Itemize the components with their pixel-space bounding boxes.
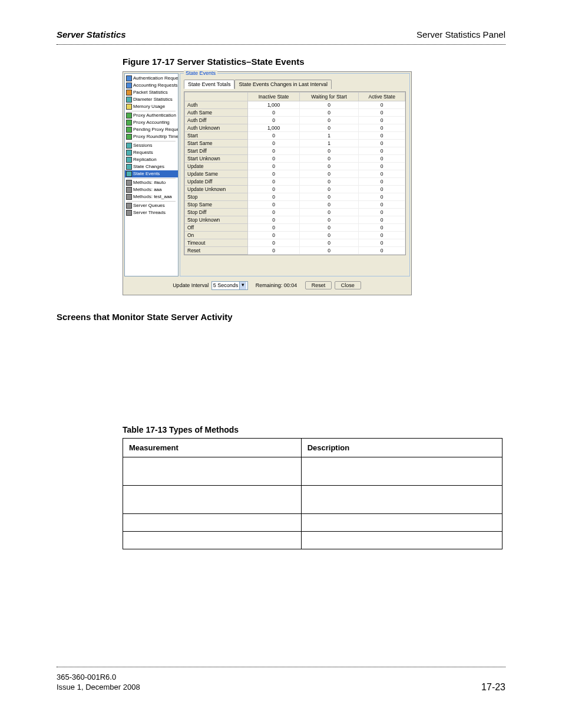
grid-row-label: Off — [185, 224, 248, 232]
tree-item[interactable]: Server Queues — [125, 202, 178, 209]
state-events-grid: Inactive StateWaiting for StartActive St… — [184, 91, 406, 255]
tree-item-icon — [126, 187, 132, 193]
grid-row-label: Auth Unknown — [185, 124, 248, 132]
grid-cell: 1 — [299, 140, 359, 147]
tab-state-events-changes[interactable]: State Events Changes in Last Interval — [234, 80, 332, 89]
running-head-right: Server Statistics Panel — [416, 29, 505, 39]
tree-item-label: Proxy Accounting — [133, 120, 170, 126]
tree-item[interactable]: Proxy Roundtrip Times — [125, 133, 178, 140]
tree-item-icon — [126, 180, 132, 186]
grid-row-label: Update Diff — [185, 178, 248, 186]
tree-item[interactable]: Methods: #auto — [125, 179, 178, 186]
grid-cell: 0 — [248, 193, 299, 201]
grid-cell: 0 — [359, 132, 405, 140]
tree-item[interactable]: Server Threads — [125, 209, 178, 216]
grid-cell: 0 — [299, 216, 359, 224]
grid-cell: 0 — [359, 117, 405, 124]
grid-cell: 0 — [299, 178, 359, 186]
grid-cell: 0 — [359, 201, 405, 209]
grid-column-header — [185, 93, 248, 101]
tree-item-label: Accounting Requests — [133, 83, 178, 88]
grid-cell: 0 — [359, 155, 405, 163]
tree-item[interactable]: Replication — [125, 156, 178, 163]
table-row — [123, 486, 503, 514]
grid-cell: 0 — [299, 117, 359, 124]
figure-caption: Figure 17-17 Server Statistics–State Eve… — [123, 57, 505, 67]
grid-cell: 0 — [299, 163, 359, 170]
tree-item[interactable]: Methods: aaa — [125, 186, 178, 193]
grid-cell: 0 — [359, 147, 405, 155]
grid-cell: 1 — [299, 132, 359, 140]
grid-cell: 0 — [299, 209, 359, 216]
grid-cell: 0 — [248, 109, 299, 117]
tree-item-icon — [126, 164, 132, 170]
stats-tree[interactable]: Authentication RequestsAccounting Reques… — [124, 73, 178, 276]
table-header-description: Description — [301, 439, 502, 457]
tree-item[interactable]: State Events — [125, 170, 178, 177]
tree-item-label: Methods: #auto — [133, 180, 166, 186]
table-caption: Table 17-13 Types of Methods — [123, 425, 505, 434]
grid-cell: 0 — [359, 170, 405, 178]
grid-cell: 0 — [248, 209, 299, 216]
tree-item-label: Pending Proxy Requests — [133, 127, 178, 133]
grid-cell: 0 — [359, 109, 405, 117]
grid-row-label: Start — [185, 132, 248, 140]
grid-row: Update Same000 — [185, 170, 405, 178]
tree-item[interactable]: Methods: test_aaa — [125, 193, 178, 200]
tree-item[interactable]: Sessions — [125, 142, 178, 149]
table-cell-measurement — [123, 486, 302, 514]
grid-cell: 0 — [248, 216, 299, 224]
tree-item[interactable]: Accounting Requests — [125, 82, 178, 89]
table-cell-description — [301, 532, 502, 549]
grid-cell: 0 — [359, 232, 405, 239]
tree-separator — [127, 201, 176, 202]
grid-cell: 0 — [248, 140, 299, 147]
remaining-value: 00:04 — [284, 282, 297, 288]
tree-item[interactable]: Diameter Statistics — [125, 96, 178, 103]
grid-row: Update Diff000 — [185, 178, 405, 186]
grid-row-label: Start Same — [185, 140, 248, 147]
grid-row: Update000 — [185, 163, 405, 170]
update-interval-combo[interactable]: 5 Seconds▾ — [211, 281, 249, 290]
tab-state-event-totals[interactable]: State Event Totals — [184, 80, 234, 89]
tree-item-label: Requests — [133, 150, 153, 156]
grid-cell: 0 — [248, 247, 299, 255]
tree-item[interactable]: Packet Statistics — [125, 89, 178, 96]
tree-item-icon — [126, 210, 132, 216]
grid-row-label: Timeout — [185, 239, 248, 247]
tree-item[interactable]: Pending Proxy Requests — [125, 126, 178, 133]
tree-item-icon — [126, 143, 132, 149]
grid-cell: 0 — [248, 163, 299, 170]
grid-column-header: Active State — [359, 93, 405, 101]
grid-cell: 0 — [299, 186, 359, 193]
grid-cell: 0 — [359, 239, 405, 247]
table-cell-measurement — [123, 514, 302, 532]
tree-item[interactable]: Proxy Authentication — [125, 112, 178, 119]
tree-item[interactable]: Memory Usage — [125, 103, 178, 110]
tree-item[interactable]: Authentication Requests — [125, 75, 178, 82]
table-row — [123, 457, 503, 486]
tree-item[interactable]: State Changes — [125, 163, 178, 170]
grid-cell: 0 — [299, 193, 359, 201]
tree-item-icon — [126, 83, 132, 88]
grid-cell: 0 — [299, 247, 359, 255]
grid-cell: 0 — [299, 232, 359, 239]
screenshot-footer: Update Interval 5 Seconds▾ Remaining: 00… — [123, 278, 411, 295]
grid-cell: 0 — [248, 232, 299, 239]
running-head-left: Server Statistics — [57, 29, 126, 39]
chevron-down-icon[interactable]: ▾ — [239, 282, 246, 289]
tree-item-icon — [126, 75, 132, 81]
tree-item[interactable]: Requests — [125, 149, 178, 156]
table-cell-measurement — [123, 457, 302, 486]
reset-button[interactable]: Reset — [305, 281, 332, 289]
grid-cell: 0 — [248, 117, 299, 124]
table-row — [123, 532, 503, 549]
tree-item-icon — [126, 194, 132, 200]
grid-cell: 0 — [299, 147, 359, 155]
close-button[interactable]: Close — [335, 281, 361, 289]
grid-cell: 0 — [299, 124, 359, 132]
tree-item[interactable]: Proxy Accounting — [125, 119, 178, 126]
tree-item-label: Methods: aaa — [133, 187, 161, 193]
grid-cell: 0 — [299, 239, 359, 247]
grid-row-label: Start Diff — [185, 147, 248, 155]
